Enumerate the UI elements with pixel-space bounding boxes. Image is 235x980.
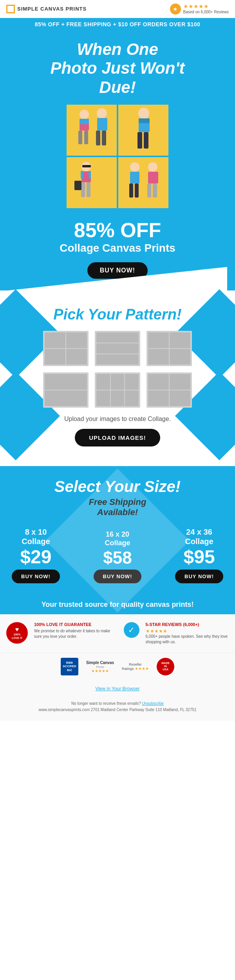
pattern-item-6[interactable]: [146, 372, 192, 408]
pattern-cell: [45, 390, 87, 406]
pattern-grid-row1: [43, 331, 192, 366]
pattern-item-5[interactable]: [95, 372, 140, 408]
reviews-title: 5-STAR REVIEWS (6,000+): [146, 622, 229, 627]
pattern-cell: [66, 332, 87, 348]
love-it-badge: ♥ 100% LOVE IT: [6, 622, 28, 644]
address-text: www.simplecanvasprints.com 2701 Maitland…: [8, 707, 227, 713]
photo-cell-4: [118, 157, 168, 208]
simple-canvas-logo: Simple Canvas Prints ★★★★★: [86, 660, 114, 673]
svg-rect-0: [67, 105, 117, 156]
pattern-title: Pick Your Pattern!: [8, 306, 227, 323]
svg-rect-15: [139, 118, 150, 123]
hero-title: When One Photo Just Won't Due!: [8, 40, 227, 97]
pattern-item-2[interactable]: [95, 331, 140, 366]
svg-point-30: [148, 162, 157, 172]
pattern-cell: [148, 390, 169, 406]
svg-rect-21: [89, 171, 91, 179]
reviews-area: ★ ★★★★★ Based on 6,000+ Reviews: [170, 3, 229, 15]
pattern-cell: [96, 332, 139, 343]
pattern-item-4[interactable]: [43, 372, 89, 408]
svg-rect-20: [81, 171, 83, 179]
view-browser-link[interactable]: View in Your Browser: [95, 686, 139, 691]
buy-button-8x10[interactable]: BUY NOW!: [12, 570, 60, 583]
pattern-cell: [148, 332, 169, 348]
svg-rect-27: [130, 172, 139, 183]
size-price-24x36: $95: [175, 548, 223, 566]
header: SIMPLE CANVAS PRINTS ★ ★★★★★ Based on 6,…: [0, 0, 235, 18]
svg-point-6: [97, 108, 107, 118]
footer-guarantees: ♥ 100% LOVE IT 100% LOVE IT GUARANTEE We…: [0, 614, 235, 653]
pattern-cell: [170, 390, 190, 406]
svg-rect-22: [81, 182, 85, 197]
svg-rect-18: [82, 165, 91, 167]
pattern-cell: [170, 374, 190, 390]
svg-rect-9: [102, 131, 106, 145]
svg-rect-24: [74, 181, 81, 190]
reviews-block: 5-STAR REVIEWS (6,000+) ★★★★★ 6,000+ peo…: [146, 622, 229, 645]
svg-rect-33: [153, 183, 157, 198]
reviews-count: Based on 6,000+ Reviews: [183, 9, 229, 15]
pattern-cell: [170, 349, 190, 365]
svg-rect-13: [137, 132, 142, 149]
view-browser: View in Your Browser: [0, 680, 235, 697]
svg-rect-16: [67, 157, 117, 208]
photo-cell-3: [67, 157, 117, 208]
pattern-cell: [45, 374, 87, 390]
medal-icon: ★: [170, 4, 181, 15]
svg-point-26: [130, 162, 139, 172]
love-it-block: 100% LOVE IT GUARANTEE We promise to do …: [34, 622, 118, 639]
pattern-cell: [111, 390, 125, 406]
hero-section: When One Photo Just Won't Due!: [0, 31, 235, 290]
svg-rect-25: [118, 157, 168, 208]
svg-rect-5: [80, 119, 89, 124]
bbb-badge: BBBACCREDBIZ: [61, 658, 78, 675]
collage-subtitle: Collage Canvas Prints: [16, 242, 219, 254]
reviews-text: 6,000+ people have spoken. See why they …: [146, 634, 229, 645]
pattern-item-3[interactable]: [146, 331, 192, 366]
pattern-cell: [125, 374, 139, 390]
buy-button-24x36[interactable]: BUY NOW!: [175, 570, 223, 583]
svg-rect-31: [148, 172, 158, 183]
svg-rect-28: [129, 183, 133, 198]
logo-box-icon: [6, 5, 15, 13]
svg-rect-23: [87, 182, 90, 197]
photo-cell-1: [67, 105, 117, 156]
pattern-cell: [96, 390, 110, 406]
svg-rect-29: [135, 183, 139, 198]
pattern-item-1[interactable]: [43, 331, 89, 366]
hero-bottom: 85% OFF Collage Canvas Prints BUY NOW!: [8, 208, 227, 290]
pattern-grid-row2: [43, 372, 192, 408]
photo-collage: [67, 105, 168, 208]
svg-rect-32: [147, 183, 151, 198]
pattern-section: Pick Your Pattern!: [0, 290, 235, 466]
footer-logo-stars: ★★★★★: [86, 669, 114, 673]
logo-area: SIMPLE CANVAS PRINTS: [6, 5, 87, 13]
unsubscribe-text: No longer want to receive these emails? …: [8, 701, 227, 707]
final-footer: No longer want to receive these emails? …: [0, 697, 235, 721]
photo-cell-2: [118, 105, 168, 156]
footer-stars: ★★★★★: [146, 628, 229, 634]
love-it-title: 100% LOVE IT GUARANTEE: [34, 622, 118, 627]
svg-rect-8: [96, 131, 100, 145]
pattern-cell: [148, 374, 169, 390]
promo-banner: 85% OFF + FREE SHIPPING + $10 OFF ORDERS…: [0, 18, 235, 31]
upload-instructions: Upload your images to create Collage.: [8, 416, 227, 423]
reseller-ratings: ResellerRatings ★★★★: [122, 662, 149, 671]
pattern-cell: [66, 349, 87, 365]
svg-point-1: [80, 110, 89, 119]
pattern-cell: [45, 349, 65, 365]
pattern-cell: [111, 374, 125, 390]
discount-text: 85% OFF: [16, 220, 219, 240]
made-in-america-badge: MADEINUSA: [157, 658, 174, 675]
pattern-cell: [45, 332, 65, 348]
star-rating-header: ★★★★★: [183, 3, 229, 9]
logo-text: SIMPLE CANVAS PRINTS: [17, 6, 87, 12]
svg-rect-3: [78, 131, 82, 144]
checkmark-icon: ✓: [124, 622, 139, 638]
upload-button[interactable]: UPLOAD IMAGES!: [75, 429, 160, 446]
pattern-cell: [96, 343, 139, 354]
hero-buy-button[interactable]: BUY NOW!: [87, 262, 148, 279]
size-price-8x10: $29: [12, 548, 60, 566]
footer-logos: BBBACCREDBIZ Simple Canvas Prints ★★★★★ …: [0, 653, 235, 680]
unsubscribe-link[interactable]: Unsubscribe: [142, 701, 164, 706]
